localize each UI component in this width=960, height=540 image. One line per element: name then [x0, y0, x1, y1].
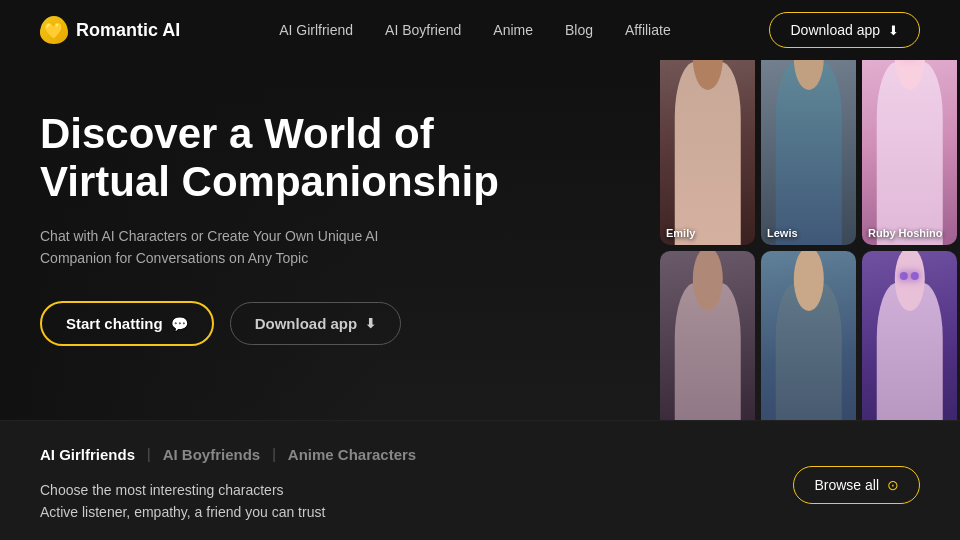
nav-ai-girlfriend[interactable]: AI Girlfriend	[279, 22, 353, 38]
hank-figure	[775, 283, 842, 420]
browse-circle-icon: ⊙	[887, 477, 899, 493]
bottom-section: AI Girlfriends | AI Boyfriends | Anime C…	[0, 420, 960, 540]
browse-all-button[interactable]: Browse all ⊙	[793, 466, 920, 504]
hero-subtitle: Chat with AI Characters or Create Your O…	[40, 225, 390, 270]
lewis-name-label: Lewis	[767, 227, 798, 239]
emily-figure	[674, 62, 741, 245]
start-chatting-label: Start chatting	[66, 315, 163, 332]
cat-divider-2: |	[272, 446, 276, 462]
brand-name: Romantic AI	[76, 20, 180, 41]
nav-blog[interactable]: Blog	[565, 22, 593, 38]
logo-heart-icon: 💛	[40, 16, 68, 44]
aihoshino-eye-right	[911, 272, 919, 280]
hero-download-button[interactable]: Download app ⬇	[230, 302, 402, 345]
category-tabs: AI Girlfriends | AI Boyfriends | Anime C…	[40, 446, 416, 463]
hero-buttons: Start chatting 💬 Download app ⬇	[40, 301, 520, 346]
tab-ai-girlfriends[interactable]: AI Girlfriends	[40, 446, 135, 463]
aihoshino-eye-left	[900, 272, 908, 280]
nav-anime[interactable]: Anime	[493, 22, 533, 38]
ruby-star-eye-right: ★	[909, 60, 918, 62]
tab-ai-boyfriends[interactable]: AI Boyfriends	[163, 446, 261, 463]
character-grid: Emily Lewis ★ ★ Ruby Hoshino	[660, 60, 960, 420]
ruby-star-eye-left: ★	[901, 60, 910, 62]
hero-section: Discover a World of Virtual Companionshi…	[0, 60, 960, 420]
navbar: 💛 Romantic AI AI Girlfriend AI Boyfriend…	[0, 0, 960, 60]
lewis-figure	[775, 62, 842, 245]
character-card-lewis[interactable]: Lewis	[761, 60, 856, 245]
character-card-hazel[interactable]: Hazel	[660, 251, 755, 420]
start-chatting-button[interactable]: Start chatting 💬	[40, 301, 214, 346]
browse-all-label: Browse all	[814, 477, 879, 493]
tagline-1: Choose the most interesting characters	[40, 479, 416, 501]
character-card-ruby[interactable]: ★ ★ Ruby Hoshino	[862, 60, 957, 245]
nav-download-button[interactable]: Download app ⬇	[769, 12, 920, 48]
character-card-aihoshino[interactable]: Ai Hoshino	[862, 251, 957, 420]
character-card-emily[interactable]: Emily	[660, 60, 755, 245]
hero-download-icon: ⬇	[365, 316, 376, 331]
bottom-taglines: Choose the most interesting characters A…	[40, 479, 416, 524]
hero-content: Discover a World of Virtual Companionshi…	[0, 60, 560, 420]
ruby-figure: ★ ★	[876, 62, 943, 245]
hero-download-label: Download app	[255, 315, 358, 332]
hazel-figure	[674, 283, 741, 420]
emily-name-label: Emily	[666, 227, 695, 239]
character-card-hank[interactable]: Hank	[761, 251, 856, 420]
ruby-name-label: Ruby Hoshino	[868, 227, 943, 239]
tab-anime-characters[interactable]: Anime Characters	[288, 446, 416, 463]
tagline-2: Active listener, empathy, a friend you c…	[40, 501, 416, 523]
chat-icon: 💬	[171, 316, 188, 332]
nav-ai-boyfriend[interactable]: AI Boyfriend	[385, 22, 461, 38]
aihoshino-figure	[876, 283, 943, 420]
nav-affiliate[interactable]: Affiliate	[625, 22, 671, 38]
cat-divider-1: |	[147, 446, 151, 462]
download-icon: ⬇	[888, 23, 899, 38]
nav-links: AI Girlfriend AI Boyfriend Anime Blog Af…	[279, 21, 671, 39]
bottom-left-content: AI Girlfriends | AI Boyfriends | Anime C…	[40, 446, 416, 524]
hero-title: Discover a World of Virtual Companionshi…	[40, 110, 520, 207]
nav-download-label: Download app	[790, 22, 880, 38]
brand-logo[interactable]: 💛 Romantic AI	[40, 16, 180, 44]
